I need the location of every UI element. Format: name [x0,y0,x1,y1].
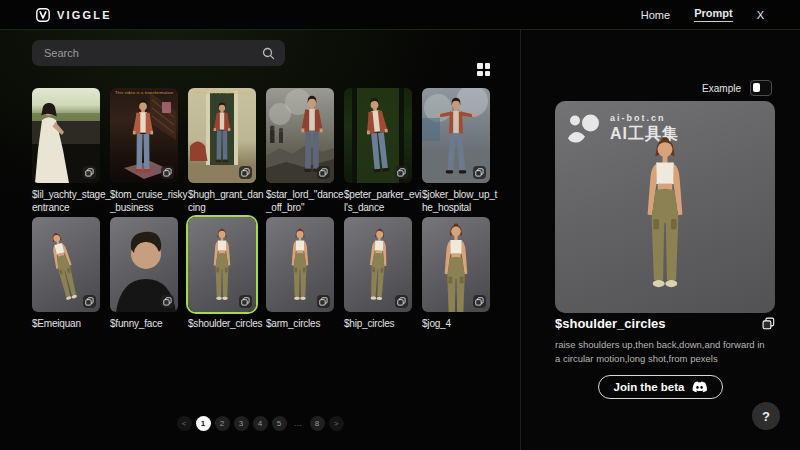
video-title: $funny_face [110,317,190,346]
video-title: $tom_cruise_risky_business [110,188,190,217]
question-icon: ? [762,409,770,424]
video-thumbnail[interactable] [32,217,100,312]
join-beta-label: Join the beta [614,381,685,393]
example-label: Example [702,83,741,94]
copy-template-icon[interactable] [161,166,174,179]
copy-template-icon[interactable] [83,166,96,179]
main-nav: Home Prompt X [641,7,764,22]
video-title: $arm_circles [266,317,346,346]
page-button-4[interactable]: 4 [253,416,268,431]
viggle-app: VIGGLE Home Prompt X [0,0,800,450]
gallery-item-selected[interactable]: $shoulder_circles [188,217,256,346]
video-title: $shoulder_circles [188,317,268,346]
page-button-1[interactable]: 1 [196,416,211,431]
copy-template-icon[interactable] [395,166,408,179]
template-browser: $lil_yachty_stage_entrance This video is… [0,30,520,450]
copy-template-icon[interactable] [161,295,174,308]
copy-template-icon[interactable] [317,295,330,308]
video-thumbnail[interactable] [110,217,178,312]
thumbnail-overlay-text: This video is a transformation [188,90,256,95]
copy-template-icon[interactable] [317,166,330,179]
prev-page-button[interactable]: < [177,416,192,431]
video-thumbnail[interactable]: This video is a transformation [110,88,178,183]
page-button-3[interactable]: 3 [234,416,249,431]
page-button-5[interactable]: 5 [272,416,287,431]
video-thumbnail[interactable] [266,217,334,312]
brand-name: VIGGLE [57,9,112,21]
copy-template-icon[interactable] [239,295,252,308]
next-page-button[interactable]: > [329,416,344,431]
copy-template-icon[interactable] [239,166,252,179]
toggle-knob [753,83,760,93]
gallery-item[interactable]: $peter_parker_evil's_dance [344,88,412,217]
template-grid: $lil_yachty_stage_entrance This video is… [32,88,490,346]
video-title: $joker_blow_up_the_hospital [422,188,502,217]
video-thumbnail[interactable] [266,88,334,183]
grid-view-icon[interactable] [477,63,490,76]
example-toggle-row: Example [702,80,772,96]
video-title: $hugh_grant_dancing [188,188,268,217]
gallery-item[interactable]: $joker_blow_up_the_hospital [422,88,490,217]
pagination: < 1 2 3 4 5 ... 8 > [0,416,520,431]
video-title: $peter_parker_evil's_dance [344,188,424,217]
search-input[interactable] [42,46,262,60]
video-thumbnail[interactable] [344,88,412,183]
nav-item-home[interactable]: Home [641,9,670,21]
page-button-8[interactable]: 8 [310,416,325,431]
gallery-item[interactable]: $Emeiquan [32,217,100,346]
search-icon [262,47,275,60]
video-title: $lil_yachty_stage_entrance [32,188,112,217]
join-beta-button[interactable]: Join the beta [598,375,724,399]
template-title-row: $shoulder_circles [555,316,775,331]
gallery-item[interactable]: $arm_circles [266,217,334,346]
help-button[interactable]: ? [752,402,780,430]
video-title: $star_lord_"dance_off_bro" [266,188,346,217]
gallery-item[interactable]: $star_lord_"dance_off_bro" [266,88,334,217]
top-bar: VIGGLE Home Prompt X [0,0,800,30]
gallery-item[interactable]: $hip_circles [344,217,412,346]
video-thumbnail-selected[interactable] [188,217,256,312]
video-title: $jog_4 [422,317,502,346]
copy-template-icon[interactable] [473,295,486,308]
gallery-item[interactable]: $funny_face [110,217,178,346]
watermark-site: ai-bot.cn [610,114,679,123]
copy-template-icon[interactable] [83,295,96,308]
copy-title-icon[interactable] [762,317,775,330]
preview-card[interactable]: ai-bot.cn AI工具集 [555,101,775,313]
video-title: $Emeiquan [32,317,112,346]
search-bar[interactable] [32,40,285,66]
video-thumbnail[interactable] [32,88,100,183]
brand[interactable]: VIGGLE [36,8,112,22]
nav-item-x[interactable]: X [757,9,764,21]
watermark-logo-icon [566,113,602,143]
thumbnail-overlay-text: This video is a transformation [110,90,178,95]
page-button-2[interactable]: 2 [215,416,230,431]
template-description: raise shoulders up,then back,down,and fo… [555,338,769,366]
gallery-item[interactable]: $jog_4 [422,217,490,346]
video-thumbnail[interactable]: This video is a transformation [188,88,256,183]
copy-template-icon[interactable] [395,295,408,308]
gallery-item[interactable]: This video is a transformation $hugh_gra… [188,88,256,217]
video-title: $hip_circles [344,317,424,346]
preview-figure [626,132,704,308]
gallery-item[interactable]: This video is a transformation $tom_crui… [110,88,178,217]
nav-item-prompt[interactable]: Prompt [694,7,733,22]
video-thumbnail[interactable] [344,217,412,312]
video-thumbnail[interactable] [422,217,490,312]
discord-icon [692,381,707,393]
template-detail-panel: Example ai-bot.cn AI工具集 $shoulder_circl [520,30,800,450]
viggle-logo-icon [36,8,50,22]
example-toggle[interactable] [750,80,772,96]
pagination-ellipsis: ... [291,416,306,431]
video-thumbnail[interactable] [422,88,490,183]
template-title: $shoulder_circles [555,316,666,331]
gallery-item[interactable]: $lil_yachty_stage_entrance [32,88,100,217]
copy-template-icon[interactable] [473,166,486,179]
